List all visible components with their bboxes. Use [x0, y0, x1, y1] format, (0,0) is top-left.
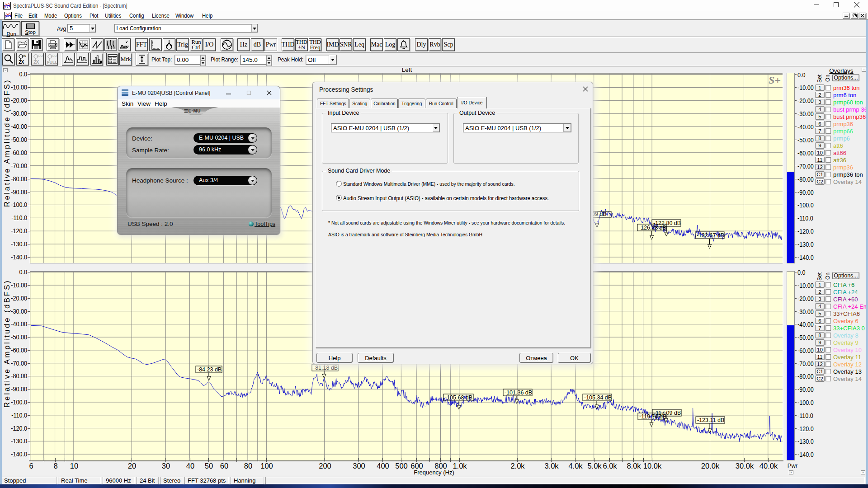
svg-text:-132.67 dB: -132.67 dB: [697, 232, 724, 239]
svg-text:-101.36 dB: -101.36 dB: [505, 389, 532, 396]
svg-text:2X: 2X: [33, 60, 39, 65]
svg-text:-84.23 dB: -84.23 dB: [197, 366, 222, 373]
svg-text:OUT: OUT: [52, 54, 57, 57]
svg-text:-122.80 dB: -122.80 dB: [653, 220, 681, 226]
svg-text:-81.18 dB: -81.18 dB: [313, 365, 338, 371]
svg-text:-123.11 dB: -123.11 dB: [697, 417, 724, 423]
svg-text:-105.68 dB: -105.68 dB: [445, 394, 472, 401]
svg-text:S+: S+: [769, 74, 781, 86]
svg-text:-117.09 dB: -117.09 dB: [654, 410, 681, 416]
svg-text:☰E·MU: ☰E·MU: [184, 108, 201, 113]
svg-text:2X: 2X: [19, 60, 24, 65]
svg-text:OUT: OUT: [38, 54, 43, 57]
svg-text:IN: IN: [23, 54, 26, 57]
svg-text:-105.34 dB: -105.34 dB: [584, 394, 612, 401]
svg-text:FULL: FULL: [47, 60, 57, 65]
svg-text:09 dB: 09 dB: [592, 211, 607, 217]
